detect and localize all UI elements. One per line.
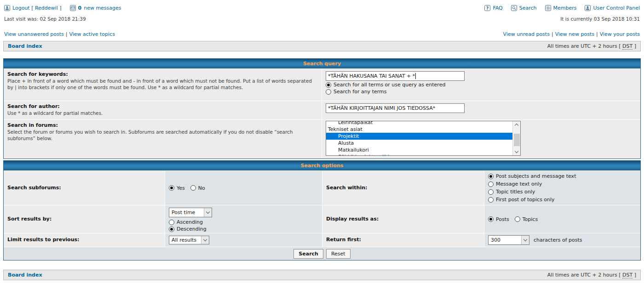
visit-info-row: Last visit was: 02 Sep 2018 21:39 It is … — [3, 16, 641, 22]
author-input[interactable]: *TÄHÄN KIRJOITTAJAN NIMI JOS TIEDOSSA* — [326, 103, 465, 113]
sort-by-select[interactable]: Post time — [169, 208, 212, 217]
return-first-select[interactable]: 300 — [488, 235, 529, 245]
view-unread-posts-link[interactable]: View unread posts — [503, 31, 550, 37]
board-index-link[interactable]: Board index — [8, 272, 42, 278]
within-option-label: Message text only — [496, 181, 542, 187]
listbox-scrollbar[interactable] — [512, 121, 520, 155]
scroll-down-button[interactable] — [513, 148, 520, 155]
scrollbar-thumb[interactable] — [514, 134, 520, 146]
sort-descending-label: Descending — [177, 226, 207, 232]
keywords-input-value: *TÄHÄN HAKUSANA TAI SANAT + * — [328, 73, 415, 79]
search-submit-button[interactable]: Search — [293, 249, 323, 259]
subforums-no-radio[interactable] — [190, 185, 196, 191]
forum-category-option[interactable]: Tekniset asiat — [326, 126, 512, 133]
chevron-down-icon — [204, 208, 212, 217]
timezone-text: All times are UTC + 2 hours [ DST ] — [547, 43, 636, 49]
keywords-input[interactable]: *TÄHÄN HAKUSANA TAI SANAT + * — [326, 71, 465, 81]
sort-ascending-radio[interactable] — [169, 220, 174, 225]
timezone-suffix: ] — [632, 43, 636, 49]
subforums-value-cell: Yes No — [165, 171, 322, 205]
logout-link[interactable]: Logout [ Reddewil ] — [4, 5, 62, 11]
forum-option[interactable]: Matkailukori — [326, 147, 512, 153]
within-option-label: Post subjects and message text — [496, 173, 576, 179]
within-label: Search within: — [326, 185, 480, 191]
sort-value-cell: Post time Ascending Descending — [165, 205, 322, 233]
author-label: Search for author: — [7, 103, 318, 109]
text-caret — [415, 73, 416, 79]
scroll-up-button[interactable] — [513, 121, 520, 128]
faq-icon: ? — [484, 5, 490, 11]
separator: | — [550, 31, 555, 37]
ucp-label: User Control Panel — [593, 5, 640, 11]
keywords-help: Place + in front of a word which must be… — [7, 78, 318, 91]
scrollbar-track[interactable] — [513, 128, 520, 148]
sort-label: Sort results by: — [7, 216, 161, 222]
display-posts-radio[interactable] — [488, 216, 494, 222]
return-first-label-cell: Return first: — [322, 233, 484, 247]
within-option-label: Topic titles only — [496, 189, 535, 195]
top-header-bar: Logout [ Reddewil ] 0 new messages ? FAQ — [3, 4, 641, 12]
return-first-value-cell: 300 characters of posts — [484, 233, 640, 247]
members-link[interactable]: Members — [545, 5, 577, 11]
forum-option[interactable]: Leirintäpaikat — [326, 121, 512, 126]
separator: | — [64, 31, 69, 37]
display-topics-radio[interactable] — [515, 216, 520, 222]
sort-descending-radio[interactable] — [169, 226, 174, 232]
terms-all-label: Search for all terms or use query as ent… — [334, 82, 445, 88]
dst-link[interactable]: DST — [622, 43, 632, 50]
keywords-label-cell: Search for keywords: Place + in front of… — [4, 69, 322, 101]
search-label: Search — [519, 5, 537, 11]
limit-label-cell: Limit results to previous: — [4, 233, 165, 247]
forum-option[interactable]: Sähkö ja elektroniikka — [326, 153, 512, 155]
new-messages-link[interactable]: 0 new messages — [70, 5, 121, 11]
search-link[interactable]: Search — [511, 5, 537, 11]
display-value-cell: Posts Topics — [484, 205, 640, 233]
author-help: Use * as a wildcard for partial matches. — [7, 110, 318, 117]
search-query-header: Search query — [4, 59, 640, 68]
reset-button[interactable]: Reset — [326, 249, 351, 259]
timezone-text: All times are UTC + 2 hours [ DST ] — [547, 272, 636, 278]
members-label: Members — [553, 5, 577, 11]
limit-select[interactable]: All results — [169, 236, 209, 244]
return-first-value: 300 — [491, 237, 500, 243]
view-unanswered-posts-link[interactable]: View unanswered posts — [4, 31, 64, 37]
view-new-posts-link[interactable]: View new posts — [555, 31, 594, 37]
search-query-table: Search query Search for keywords: Place … — [3, 58, 641, 159]
separator: | — [594, 31, 600, 37]
limit-value-cell: All results — [165, 233, 322, 247]
current-time-text: It is currently 03 Sep 2018 10:31 — [560, 16, 640, 22]
timezone-prefix: All times are UTC + 2 hours [ — [547, 272, 622, 278]
within-titles-only-radio[interactable] — [488, 189, 494, 195]
subforums-label: Search subforums: — [7, 185, 161, 191]
within-first-post-radio[interactable] — [488, 197, 494, 203]
forum-option[interactable]: Alusta — [326, 140, 512, 147]
timezone-suffix: ] — [632, 272, 636, 278]
terms-all-radio[interactable] — [326, 82, 331, 88]
within-label-cell: Search within: — [322, 171, 484, 205]
faq-link[interactable]: ? FAQ — [484, 5, 502, 11]
search-options-table: Search options Search subforums: Yes No … — [3, 160, 641, 260]
search-icon — [511, 5, 517, 11]
within-message-only-radio[interactable] — [488, 181, 494, 187]
messages-label: new messages — [84, 5, 121, 11]
last-visit-text: Last visit was: 02 Sep 2018 21:39 — [4, 16, 86, 22]
chevron-down-icon — [201, 236, 209, 244]
terms-any-label: Search for any terms — [334, 89, 386, 95]
timezone-prefix: All times are UTC + 2 hours [ — [547, 43, 622, 49]
logout-icon — [4, 5, 10, 11]
within-subjects-and-text-radio[interactable] — [488, 174, 494, 179]
user-icon — [585, 5, 591, 11]
within-value-cell: Post subjects and message text Message t… — [484, 171, 640, 205]
faq-label: FAQ — [493, 5, 502, 11]
board-index-link[interactable]: Board index — [8, 43, 42, 49]
chevron-down-icon — [521, 236, 529, 244]
forums-listbox[interactable]: Leirintäpaikat Tekniset asiat Projektit … — [326, 121, 521, 156]
terms-any-radio[interactable] — [326, 89, 331, 95]
view-your-posts-link[interactable]: View your posts — [600, 31, 640, 37]
subforums-yes-radio[interactable] — [169, 185, 174, 191]
breadcrumb-bar-bottom: Board index All times are UTC + 2 hours … — [3, 270, 641, 280]
user-control-panel-link[interactable]: User Control Panel — [585, 5, 640, 11]
dst-link[interactable]: DST — [622, 272, 632, 278]
view-active-topics-link[interactable]: View active topics — [69, 31, 115, 37]
forum-option-selected[interactable]: Projektit — [326, 133, 512, 140]
